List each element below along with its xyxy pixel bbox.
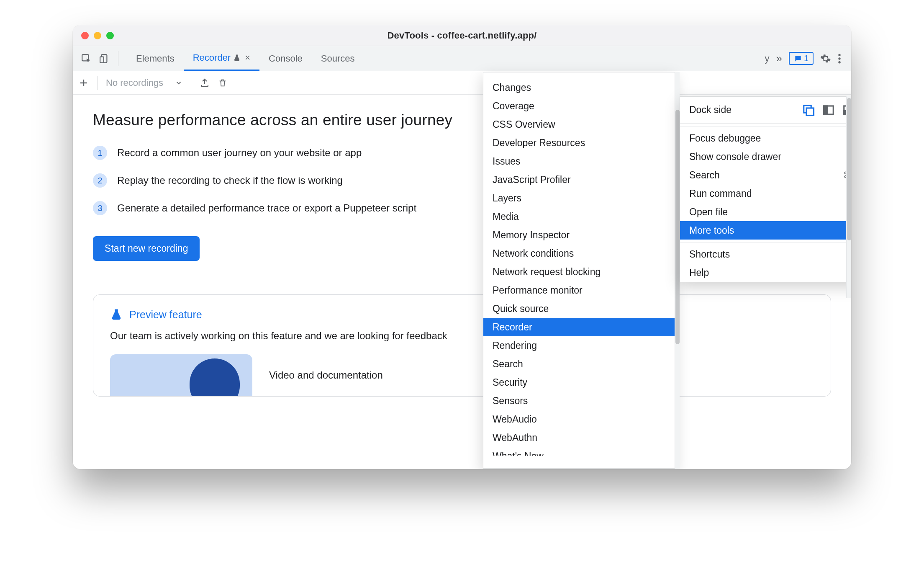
menu-item[interactable]: Run command⌘ ⇧ P (680, 184, 851, 203)
svg-point-5 (838, 61, 840, 63)
menu-separator (680, 242, 851, 242)
tab-label: Console (269, 53, 303, 64)
issues-badge[interactable]: 1 (789, 52, 814, 65)
dock-undock-icon[interactable] (802, 104, 815, 116)
tools-menu-item[interactable]: Layers (483, 189, 675, 207)
step-text: Replay the recording to check if the flo… (117, 175, 343, 186)
svg-point-4 (838, 57, 840, 59)
tools-menu-item[interactable]: Recorder (483, 318, 675, 336)
tools-menu-item[interactable]: Changes (483, 78, 675, 97)
tools-menu-item[interactable]: Performance monitor (483, 281, 675, 299)
scrollbar[interactable] (846, 96, 851, 298)
tab-console[interactable]: Console (259, 46, 312, 71)
window-title: DevTools - coffee-cart.netlify.app/ (73, 30, 851, 41)
issues-count: 1 (804, 54, 808, 63)
menu-item[interactable]: Shortcuts (680, 245, 851, 263)
video-thumbnail[interactable] (110, 354, 252, 396)
svg-rect-7 (806, 108, 814, 116)
separator (97, 76, 98, 90)
start-recording-button[interactable]: Start new recording (93, 236, 200, 261)
tab-overflow-hint: y (765, 53, 769, 64)
kebab-menu-icon[interactable] (838, 53, 841, 64)
menu-separator (680, 126, 851, 126)
menu-item[interactable]: Show console drawerEsc (680, 147, 851, 166)
step-number: 2 (93, 173, 107, 188)
tools-menu-item[interactable]: Issues (483, 152, 675, 170)
step-number: 1 (93, 146, 107, 160)
export-icon[interactable] (200, 78, 210, 88)
tools-menu-item[interactable]: Coverage (483, 97, 675, 115)
main-menu: Dock side Focus debuggeeShow console dra… (680, 96, 851, 282)
menu-label: Shortcuts (689, 249, 730, 260)
menu-item[interactable]: Focus debuggee (680, 129, 851, 147)
tools-menu-item[interactable]: Network request blocking (483, 263, 675, 281)
separator (191, 76, 191, 90)
menu-label: Search (689, 170, 720, 181)
tools-menu-item[interactable]: Sensors (483, 392, 675, 410)
tools-menu-item[interactable]: What's New (483, 447, 675, 456)
settings-icon[interactable] (820, 53, 831, 64)
step-number: 3 (93, 201, 107, 215)
tab-label: Sources (321, 53, 355, 64)
tools-menu-item[interactable]: Memory Inspector (483, 226, 675, 244)
dock-side-row: Dock side (680, 97, 851, 124)
titlebar: DevTools - coffee-cart.netlify.app/ (73, 25, 851, 46)
preview-feature-label: Preview feature (129, 309, 202, 321)
flask-icon (231, 54, 241, 62)
menu-label: More tools (689, 225, 734, 236)
tools-menu-item[interactable]: Security (483, 373, 675, 392)
chevron-down-icon[interactable] (175, 79, 182, 87)
separator (118, 51, 118, 66)
tools-menu-item[interactable]: Media (483, 207, 675, 226)
tools-menu-item[interactable]: JavaScript Profiler (483, 170, 675, 189)
menu-more-tools[interactable]: More tools ▶ (680, 221, 851, 240)
flask-icon (110, 308, 123, 321)
tab-recorder[interactable]: Recorder × (184, 46, 259, 71)
more-tabs-icon[interactable]: » (776, 52, 782, 65)
tools-menu-item[interactable]: Search (483, 355, 675, 373)
panel-tabs: Elements Recorder × Console Sources (127, 46, 364, 71)
menu-label: Show console drawer (689, 151, 781, 162)
tab-sources[interactable]: Sources (312, 46, 364, 71)
tools-menu-item[interactable]: Developer Resources (483, 134, 675, 152)
tools-menu-item[interactable]: CSS Overview (483, 115, 675, 134)
device-toolbar-icon[interactable] (95, 49, 114, 68)
menu-label: Run command (689, 188, 752, 199)
step-text: Generate a detailed performance trace or… (117, 202, 416, 214)
menu-item[interactable]: Help▶ (680, 263, 851, 282)
dock-side-label: Dock side (689, 104, 732, 116)
tab-label: Elements (136, 53, 175, 64)
tab-label: Recorder (193, 52, 231, 63)
devtools-tabbar: Elements Recorder × Console Sources y » … (73, 46, 851, 71)
menu-item[interactable]: Search⌘ ⌥ F (680, 166, 851, 184)
preview-feature-text: Our team is actively working on this fea… (110, 330, 814, 342)
scrollbar-thumb[interactable] (847, 98, 851, 240)
tools-menu-item[interactable]: Animations (483, 72, 675, 78)
svg-rect-9 (824, 106, 828, 114)
menu-item[interactable]: Open file⌘ P (680, 203, 851, 221)
step-text: Record a common user journey on your web… (117, 147, 362, 159)
tools-menu-item[interactable]: WebAuthn (483, 428, 675, 447)
video-title: Video and documentation (269, 369, 383, 381)
more-tools-submenu: AnimationsChangesCoverageCSS OverviewDev… (483, 72, 675, 469)
dock-left-icon[interactable] (822, 104, 835, 116)
tools-menu-item[interactable]: Rendering (483, 336, 675, 355)
tools-menu-item[interactable]: WebAudio (483, 410, 675, 428)
svg-rect-2 (100, 57, 104, 62)
preview-feature-box: Preview feature Our team is actively wor… (93, 294, 831, 397)
menu-label: Open file (689, 206, 728, 218)
tab-elements[interactable]: Elements (127, 46, 184, 71)
delete-icon[interactable] (218, 78, 227, 88)
scrollbar-thumb[interactable] (675, 110, 680, 344)
scrollbar[interactable] (675, 72, 680, 469)
menu-label: Focus debuggee (689, 133, 761, 144)
menu-label: Help (689, 267, 709, 278)
recording-dropdown[interactable]: No recordings (106, 77, 163, 88)
close-tab-icon[interactable]: × (245, 52, 250, 63)
new-recording-icon[interactable] (79, 78, 89, 88)
inspect-icon[interactable] (77, 49, 95, 68)
tools-menu-item[interactable]: Network conditions (483, 244, 675, 263)
svg-point-3 (838, 54, 840, 56)
recorder-toolbar: No recordings (73, 71, 851, 95)
tools-menu-item[interactable]: Quick source (483, 299, 675, 318)
